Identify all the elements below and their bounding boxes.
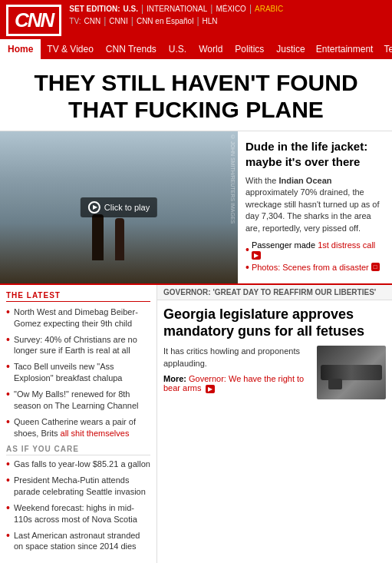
as-if-label: AS IF YOU CARE xyxy=(6,445,150,455)
list-item: • Last American astronaut stranded on sp… xyxy=(6,530,150,553)
headline-section: THEY STILL HAVEN'T FOUND THAT FUCKING PL… xyxy=(0,59,392,131)
main-story-text: Dude in the life jacket: maybe it's over… xyxy=(238,131,392,283)
governor-content: Georgia legislature approves mandatory g… xyxy=(157,300,392,406)
story-links: • Passenger made 1st distress call ▶ • P… xyxy=(245,240,384,273)
tv-cnni[interactable]: CNNI xyxy=(109,17,127,25)
governor-title[interactable]: Georgia legislature approves mandatory g… xyxy=(163,306,386,339)
nav-cnn-trends[interactable]: CNN Trends xyxy=(100,39,163,59)
governor-more: More: Governor: We have the right to bea… xyxy=(163,374,311,392)
tv-cnn[interactable]: CNN xyxy=(84,17,101,25)
list-item: • President Mecha-Putin attends parade c… xyxy=(6,475,150,498)
nav-tv-video[interactable]: TV & Video xyxy=(41,39,99,59)
governor-story: It has critics howling and proponents ap… xyxy=(163,346,386,399)
list-item: • "Ow My Balls!" renewed for 8th season … xyxy=(6,389,150,412)
as-if-list: • Gas falls to year-low $85.21 a gallon … xyxy=(6,459,150,552)
list-item: • North West and Dimebag Beiber-Gomez ex… xyxy=(6,306,150,330)
nav-home[interactable]: Home xyxy=(0,39,41,59)
play-button[interactable]: ▶ Click to play xyxy=(81,197,157,217)
two-col-section: THE LATEST • North West and Dimebag Beib… xyxy=(0,285,392,563)
list-item: • Survey: 40% of Christians are no longe… xyxy=(6,334,150,357)
story-link-2: • Photos: Scenes from a disaster □ xyxy=(245,262,384,273)
latest-column: THE LATEST • North West and Dimebag Beib… xyxy=(0,285,157,563)
story-link-1: • Passenger made 1st distress call ▶ xyxy=(245,240,384,259)
nav-tech[interactable]: Tech xyxy=(377,39,392,59)
nav-bar: Home TV & Video CNN Trends U.S. World Po… xyxy=(0,39,392,59)
latest-label: THE LATEST xyxy=(6,291,150,302)
edition-international[interactable]: INTERNATIONAL xyxy=(147,5,207,13)
governor-header: GOVERNOR: 'GREAT DAY TO REAFFIRM OUR LIB… xyxy=(157,285,392,300)
edition-arabic[interactable]: ARABIC xyxy=(255,5,283,13)
governor-column: GOVERNOR: 'GREAT DAY TO REAFFIRM OUR LIB… xyxy=(157,285,392,563)
list-item: • Taco Bell unveils new "Ass Explosion" … xyxy=(6,361,150,384)
nav-justice[interactable]: Justice xyxy=(270,39,311,59)
edition-us[interactable]: U.S. xyxy=(123,5,137,13)
main-story: ▶ Click to play © JOHN SMITH/REUTERS IMA… xyxy=(0,131,392,285)
edition-label: SET EDITION: xyxy=(69,5,120,13)
list-item: • Weekend forecast: highs in mid-110s ac… xyxy=(6,502,150,525)
governor-image xyxy=(317,346,386,399)
main-story-image[interactable]: ▶ Click to play © JOHN SMITH/REUTERS IMA… xyxy=(0,131,238,283)
nav-world[interactable]: World xyxy=(193,39,229,59)
tv-hln[interactable]: HLN xyxy=(203,17,218,25)
list-item: • Gas falls to year-low $85.21 a gallon xyxy=(6,459,150,470)
link-distress-call[interactable]: 1st distress call xyxy=(318,240,375,250)
main-story-body: With the Indian Ocean approximately 70% … xyxy=(245,175,384,234)
main-story-title[interactable]: Dude in the life jacket: maybe it's over… xyxy=(245,139,384,169)
tv-label: TV: xyxy=(69,17,81,25)
governor-body: It has critics howling and proponents ap… xyxy=(163,346,311,369)
main-headline: THEY STILL HAVEN'T FOUND THAT FUCKING PL… xyxy=(8,70,384,123)
tv-espanol[interactable]: CNN en Español xyxy=(137,17,193,25)
nav-politics[interactable]: Politics xyxy=(229,39,270,59)
link-photos[interactable]: Photos: Scenes from a disaster xyxy=(252,263,369,272)
link-brits[interactable]: all shit themselves xyxy=(61,429,130,438)
nav-entertainment[interactable]: Entertainment xyxy=(311,39,378,59)
nav-us[interactable]: U.S. xyxy=(163,39,193,59)
image-watermark: © JOHN SMITH/REUTERS IMAGES xyxy=(230,134,236,224)
list-item: • Queen Catherine wears a pair of shoes,… xyxy=(6,416,150,439)
latest-list: • North West and Dimebag Beiber-Gomez ex… xyxy=(6,306,150,439)
cnn-logo[interactable]: CNN xyxy=(6,5,61,36)
edition-mexico[interactable]: MÉXICO xyxy=(216,5,245,13)
